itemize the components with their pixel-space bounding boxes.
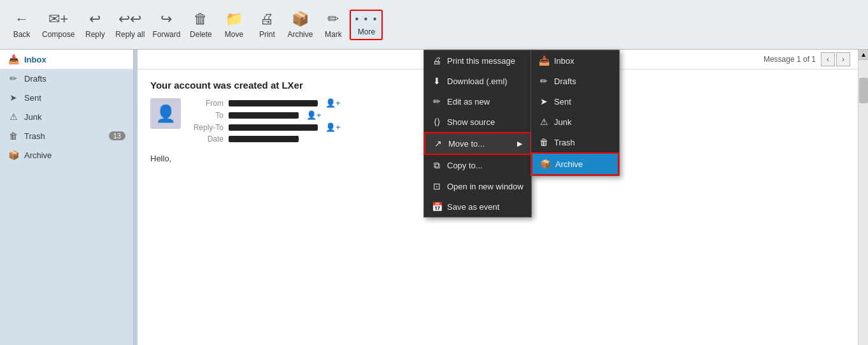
trash-icon: 🗑 — [8, 131, 19, 141]
sent-icon: ➤ — [8, 92, 19, 103]
back-icon: ← — [15, 11, 29, 27]
to-value — [229, 112, 299, 119]
forward-icon: ↪ — [160, 11, 172, 27]
toolbar-move-button[interactable]: 📁Move — [217, 8, 250, 41]
download-label: Download (.eml) — [447, 77, 508, 86]
submenu: 📥Inbox✏Drafts➤Sent⚠Junk🗑Trash📦Archive — [530, 50, 620, 176]
replyto-value — [229, 124, 318, 131]
reply-all-icon: ↩↩ — [118, 11, 141, 27]
sub-inbox-icon: 📥 — [539, 55, 549, 66]
dropdown-save-event[interactable]: 📅Save as event — [424, 196, 531, 217]
submenu-archive[interactable]: 📦Archive — [531, 152, 619, 175]
dropdown-move-to[interactable]: ↗Move to...▶ — [424, 132, 531, 155]
dropdown-print[interactable]: 🖨Print this message — [424, 50, 531, 71]
scroll-up-arrow[interactable]: ▲ — [858, 50, 868, 60]
submenu-trash[interactable]: 🗑Trash — [531, 132, 619, 152]
sidebar-item-sent[interactable]: ➤Sent — [0, 88, 133, 107]
sidebar-item-archive[interactable]: 📦Archive — [0, 145, 133, 165]
archive-icon: 📦 — [8, 150, 19, 160]
scrollbar-handle[interactable] — [859, 78, 868, 103]
submenu-sent[interactable]: ➤Sent — [531, 91, 619, 112]
compose-icon: ✉+ — [48, 11, 68, 27]
reply-label: Reply — [85, 30, 105, 39]
sidebar-item-trash[interactable]: 🗑Trash13 — [0, 126, 133, 145]
dropdown-edit-new[interactable]: ✏Edit as new — [424, 91, 531, 112]
move-to-icon: ↗ — [433, 138, 443, 149]
print-icon: 🖨 — [432, 55, 442, 66]
sub-trash-label: Trash — [554, 138, 575, 147]
download-icon: ⬇ — [432, 76, 442, 86]
trash-label: Trash — [24, 131, 45, 141]
archive-label: Archive — [24, 150, 52, 160]
date-label: Date — [189, 135, 224, 143]
drafts-label: Drafts — [24, 74, 46, 84]
open-window-icon: ⊡ — [432, 181, 442, 191]
date-value — [229, 136, 299, 142]
sidebar-item-junk[interactable]: ⚠Junk — [0, 107, 133, 126]
sidebar-item-inbox[interactable]: 📥Inbox — [0, 50, 133, 69]
sent-label: Sent — [24, 93, 41, 103]
more-label: More — [358, 27, 375, 36]
move-to-label: Move to... — [448, 139, 485, 149]
edit-new-label: Edit as new — [447, 97, 490, 106]
message-count-label: Message 1 of 1 — [764, 55, 816, 64]
sub-junk-label: Junk — [554, 117, 571, 127]
toolbar-reply-button[interactable]: ↩Reply — [78, 8, 111, 41]
forward-label: Forward — [152, 30, 180, 39]
copy-to-icon: ⧉ — [432, 160, 442, 171]
prev-message-button[interactable]: ‹ — [821, 52, 835, 66]
sub-archive-label: Archive — [555, 159, 583, 169]
to-row: To 👤+ — [189, 110, 341, 120]
save-event-label: Save as event — [447, 202, 499, 212]
toolbar-more-button[interactable]: • • •More — [350, 10, 383, 40]
dropdown-copy-to[interactable]: ⧉Copy to... — [424, 155, 531, 176]
junk-label: Junk — [24, 112, 41, 122]
edit-new-icon: ✏ — [432, 96, 442, 106]
add-from-icon[interactable]: 👤+ — [325, 98, 341, 108]
sidebar: 📥Inbox✏Drafts➤Sent⚠Junk🗑Trash13📦Archive — [0, 50, 134, 345]
toolbar-compose-button[interactable]: ✉+Compose — [38, 8, 78, 41]
toolbar-reply-all-button[interactable]: ↩↩Reply all — [111, 8, 148, 41]
toolbar-forward-button[interactable]: ↪Forward — [148, 8, 184, 41]
inbox-label: Inbox — [24, 55, 46, 64]
message-navigation: ‹ › — [821, 52, 850, 66]
sub-trash-icon: 🗑 — [539, 137, 549, 147]
reply-icon: ↩ — [89, 11, 101, 27]
archive-icon: 📦 — [292, 11, 309, 27]
toolbar-archive-button[interactable]: 📦Archive — [283, 8, 317, 41]
mark-label: Mark — [325, 30, 342, 39]
compose-label: Compose — [42, 30, 75, 39]
dropdown-download[interactable]: ⬇Download (.eml) — [424, 71, 531, 91]
mark-icon: ✏ — [327, 11, 339, 27]
scrollbar[interactable]: ▲ — [858, 50, 868, 345]
toolbar-print-button[interactable]: 🖨Print — [250, 8, 283, 41]
submenu-drafts[interactable]: ✏Drafts — [531, 71, 619, 91]
back-label: Back — [13, 30, 31, 39]
add-replyto-icon[interactable]: 👤+ — [325, 122, 341, 132]
toolbar-back-button[interactable]: ←Back — [5, 8, 38, 41]
submenu-junk[interactable]: ⚠Junk — [531, 112, 619, 132]
next-message-button[interactable]: › — [836, 52, 850, 66]
submenu-inbox[interactable]: 📥Inbox — [531, 50, 619, 71]
delete-label: Delete — [190, 30, 212, 39]
show-source-label: Show source — [447, 117, 495, 127]
save-event-icon: 📅 — [432, 202, 442, 212]
sidebar-item-drafts[interactable]: ✏Drafts — [0, 69, 133, 88]
copy-to-label: Copy to... — [447, 161, 483, 170]
sub-drafts-icon: ✏ — [539, 76, 549, 86]
meta-fields: From 👤+ To 👤+ Reply-To 👤+ — [189, 98, 341, 143]
to-label: To — [189, 111, 224, 120]
delete-icon: 🗑 — [194, 11, 208, 27]
dropdown-open-window[interactable]: ⊡Open in new window — [424, 176, 531, 196]
toolbar-delete-button[interactable]: 🗑Delete — [184, 8, 217, 41]
print-label: Print this message — [447, 56, 515, 66]
from-value — [229, 100, 318, 106]
dropdown-show-source[interactable]: ⟨⟩Show source — [424, 112, 531, 132]
add-to-icon[interactable]: 👤+ — [306, 110, 322, 120]
inbox-icon: 📥 — [8, 54, 19, 64]
toolbar-mark-button[interactable]: ✏Mark — [317, 8, 350, 41]
replyto-row: Reply-To 👤+ — [189, 122, 341, 132]
sender-avatar: 👤 — [150, 98, 181, 129]
sub-archive-icon: 📦 — [540, 159, 550, 169]
show-source-icon: ⟨⟩ — [432, 117, 442, 127]
